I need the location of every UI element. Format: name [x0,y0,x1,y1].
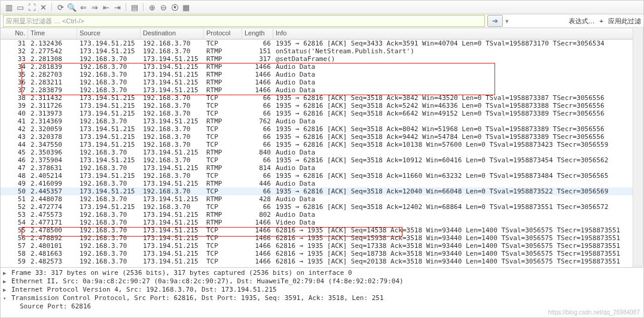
cell-info: 1935 → 62816 [ACK] Seq=3518 Ack=12040 Wi… [273,187,643,195]
packet-details[interactable]: ▶Frame 33: 317 bytes on wire (2536 bits)… [1,267,643,312]
file-icon[interactable]: ▥ [4,2,14,12]
forward-icon[interactable]: ⇒ [90,2,99,12]
dropdown-icon[interactable]: ▾ [505,17,509,25]
vertical-scrollbar[interactable] [633,27,643,266]
cell-dst: 173.194.51.215 [141,117,204,125]
packet-row[interactable]: 472.378631192.168.3.70173.194.51.215RTMP… [1,164,643,172]
resize-icon[interactable]: ▦ [181,2,191,12]
cell-info: 1935 → 62816 [ACK] Seq=3518 Ack=9442 Win… [273,133,643,141]
packet-row[interactable]: 502.445357173.194.51.215192.168.3.70TCP6… [1,187,643,195]
expand-icon[interactable]: ▶ [3,269,9,277]
autoscroll-icon[interactable]: ▤ [130,2,139,12]
packet-row[interactable]: 442.347550173.194.51.215192.168.3.70TCP6… [1,141,643,149]
cell-len: 66 [242,94,273,102]
packet-row[interactable]: 392.311726173.194.51.215192.168.3.70TCP6… [1,102,643,110]
cell-proto: RTMP [204,195,242,203]
zoom-reset-icon[interactable]: ⦿ [170,2,179,12]
save-icon[interactable]: ⛶ [27,2,36,12]
packet-row[interactable]: 482.405214173.194.51.215192.168.3.70TCP6… [1,172,643,180]
back-icon[interactable]: ⇐ [78,2,88,12]
detail-tcp[interactable]: ▾Transmission Control Protocol, Src Port… [3,294,641,302]
cell-info: Audio Data [273,164,643,172]
packet-row[interactable]: 532.475573192.168.3.70173.194.51.215RTMP… [1,211,643,219]
cell-time: 2.482573 [28,258,77,265]
expand-icon[interactable]: ▶ [3,277,9,286]
cell-dst: 173.194.51.215 [141,250,204,258]
cell-src: 192.168.3.70 [77,78,141,86]
packet-row[interactable]: 372.283879192.168.3.70173.194.51.215RTMP… [1,86,643,94]
cell-src: 192.168.3.70 [77,180,141,187]
cell-proto: TCP [204,102,242,110]
detail-srcport[interactable]: Source Port: 62816 [3,302,641,311]
cell-src: 173.194.51.215 [77,133,141,141]
header-info[interactable]: Info [273,28,643,39]
header-time[interactable]: Time [28,28,77,39]
collapse-icon[interactable]: ▾ [3,294,9,302]
detail-ip[interactable]: ▶Internet Protocol Version 4, Src: 192.1… [3,286,641,294]
packet-row[interactable]: 492.416099192.168.3.70173.194.51.215RTMP… [1,180,643,187]
separator [51,3,52,11]
cell-no: 49 [1,180,28,187]
open-icon[interactable]: ▭ [16,2,25,12]
zoom-in-icon[interactable]: ⊕ [147,2,157,12]
header-proto[interactable]: Protocol [204,28,242,39]
packet-row[interactable]: 402.313973173.194.51.215192.168.3.70TCP6… [1,110,643,117]
zoom-out-icon[interactable]: ⊖ [158,2,168,12]
packet-row[interactable]: 462.375904173.194.51.215192.168.3.70TCP6… [1,156,643,164]
packet-row[interactable]: 562.478892192.168.3.70173.194.51.215TCP1… [1,234,643,242]
packet-list[interactable]: 312.132436173.194.51.215192.168.3.70TCP6… [1,40,643,267]
cell-len: 1466 [242,226,273,234]
goto-last-icon[interactable]: ⇥ [112,2,122,12]
packet-row[interactable]: 582.481663192.168.3.70173.194.51.215TCP1… [1,250,643,258]
apply-filter-button[interactable]: ➔ [487,15,503,27]
reload-icon[interactable]: ⟳ [56,2,65,12]
packet-row[interactable]: 422.320059173.194.51.215192.168.3.70TCP6… [1,125,643,133]
cell-info: 62816 → 1935 [ACK] Seq=14538 Ack=3518 Wi… [273,226,643,234]
close-icon[interactable]: ✕ [38,2,48,12]
cell-dst: 192.168.3.70 [141,141,204,149]
cell-dst: 192.168.3.70 [141,40,204,47]
packet-row[interactable]: 322.277542173.194.51.215192.168.3.70RTMP… [1,47,643,55]
packet-row[interactable]: 432.320378173.194.51.215192.168.3.70TCP6… [1,133,643,141]
packet-row[interactable]: 512.448078192.168.3.70173.194.51.215RTMP… [1,195,643,203]
cell-info: Audio Data [273,180,643,187]
cell-src: 192.168.3.70 [77,219,141,226]
expand-icon[interactable]: ▶ [3,286,9,294]
goto-first-icon[interactable]: ⇤ [101,2,111,12]
packet-row[interactable]: 592.482573192.168.3.70173.194.51.215TCP1… [1,258,643,265]
packet-row[interactable]: 312.132436173.194.51.215192.168.3.70TCP6… [1,40,643,47]
expression-label[interactable]: 表达式… [569,17,595,26]
apply-filter-label[interactable]: 应用此过滤 [608,17,641,26]
detail-frame[interactable]: ▶Frame 33: 317 bytes on wire (2536 bits)… [3,269,641,277]
header-src[interactable]: Source [77,28,141,39]
packet-row[interactable]: 362.283211192.168.3.70173.194.51.215RTMP… [1,78,643,86]
cell-src: 173.194.51.215 [77,125,141,133]
packet-row[interactable]: 542.477171192.168.3.70173.194.51.215RTMP… [1,219,643,226]
detail-ethernet[interactable]: ▶Ethernet II, Src: 0a:9a:c8:2c:90:27 (0a… [3,277,641,286]
packet-row[interactable]: 572.480101192.168.3.70173.194.51.215TCP1… [1,242,643,250]
packet-row[interactable]: 342.281839192.168.3.70173.194.51.215RTMP… [1,63,643,71]
cell-proto: RTMP [204,78,242,86]
packet-row[interactable]: 332.281308192.168.3.70173.194.51.215RTMP… [1,55,643,63]
packet-row[interactable]: 552.478500192.168.3.70173.194.51.215TCP1… [1,226,643,234]
header-no[interactable]: No. [1,28,28,39]
packet-row[interactable]: 522.472774173.194.51.215192.168.3.70TCP6… [1,203,643,211]
cell-info: 1935 → 62816 [ACK] Seq=3433 Ack=3591 Win… [273,40,643,47]
find-icon[interactable]: 🔍 [67,2,77,12]
header-len[interactable]: Length [242,28,273,39]
display-filter-input[interactable] [3,15,485,27]
cell-info: 62816 → 1935 [ACK] Seq=20138 Ack=3518 Wi… [273,258,643,265]
cell-dst: 173.194.51.215 [141,242,204,250]
packet-row[interactable]: 352.282703192.168.3.70173.194.51.215RTMP… [1,71,643,78]
cell-info: 1935 → 62816 [ACK] Seq=3518 Ack=8042 Win… [273,125,643,133]
cell-proto: TCP [204,110,242,117]
cell-len: 762 [242,117,273,125]
add-button[interactable]: + [600,17,603,25]
cell-proto: RTMP [204,211,242,219]
cell-info: 1935 → 62816 [ACK] Seq=3518 Ack=3842 Win… [273,94,643,102]
packet-row[interactable]: 452.350396192.168.3.70173.194.51.215RTMP… [1,149,643,156]
packet-row[interactable]: 382.311432173.194.51.215192.168.3.70TCP6… [1,94,643,102]
cell-info: onStatus('NetStream.Publish.Start') [273,47,643,55]
header-dst[interactable]: Destination [141,28,204,39]
packet-row[interactable]: 412.314369192.168.3.70173.194.51.215RTMP… [1,117,643,125]
